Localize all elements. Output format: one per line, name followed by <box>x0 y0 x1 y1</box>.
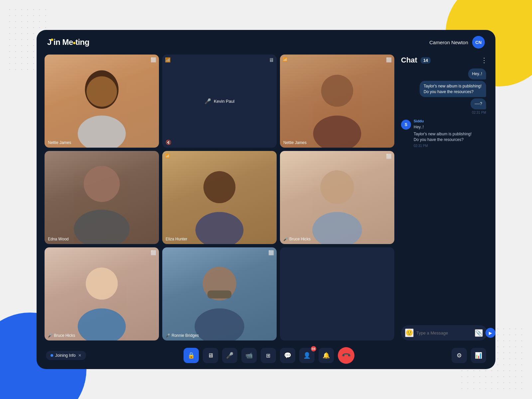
participant-4-avatar <box>59 151 145 244</box>
chat-more-button[interactable]: ⋮ <box>481 56 487 64</box>
header: Jin Meting Cameron Newton CN <box>37 30 495 55</box>
toolbar-left: Joining Info ✕ <box>46 351 86 360</box>
app-container: Jin Meting Cameron Newton CN ⬜ <box>37 30 495 369</box>
video-tile-2[interactable]: 📶 🖥 🎤 Kevin Paul 🔇 <box>162 55 277 148</box>
emoji-button[interactable]: 🙂 <box>405 329 414 337</box>
participant-1-name: Nettie James <box>48 140 71 145</box>
send-button[interactable]: ▶ <box>485 328 495 338</box>
svg-point-6 <box>74 210 130 244</box>
svg-point-8 <box>196 212 243 244</box>
msg-bubble-dots: ----? <box>470 98 486 109</box>
chat-header: Chat 14 ⋮ <box>401 55 487 68</box>
participant-5-avatar <box>180 156 260 244</box>
participant-8-avatar <box>180 252 260 340</box>
video-tile-3[interactable]: 📶 ⬜ Nettie James <box>280 55 394 148</box>
svg-point-3 <box>321 75 353 107</box>
tile-2-screen-icon: 🖥 <box>269 57 274 63</box>
participant-6-label: 🎤 Bruce Hicks <box>283 237 311 241</box>
tile-3-signal-icon: 📶 <box>283 57 288 62</box>
video-grid: ⬜ Nettie James 📶 🖥 🎤 Kevin Paul 🔇 <box>45 55 394 340</box>
main-content: ⬜ Nettie James 📶 🖥 🎤 Kevin Paul 🔇 <box>37 55 495 344</box>
end-call-button[interactable]: 📞 <box>338 347 354 364</box>
msg-sender-name: Siddu <box>414 119 477 123</box>
svg-point-4 <box>313 116 361 148</box>
grid-icon: ⊞ <box>266 352 270 359</box>
notifications-button[interactable]: 🔔 <box>319 348 334 363</box>
participant-7-avatar <box>62 252 142 340</box>
lock-icon: 🔒 <box>188 352 195 359</box>
video-tile-4[interactable]: Edna Wood <box>45 151 159 244</box>
video-tile-8[interactable]: ⬜ 🎤 Ronnie Bridges <box>162 247 277 340</box>
tile-7-menu-icon: ⬜ <box>151 250 156 255</box>
msg-incoming-content: Siddu Hey..! Taylor's new album is publi… <box>414 119 477 147</box>
logo-dot-g <box>73 42 75 44</box>
logo-text: Jin Meting <box>47 38 89 47</box>
joining-dot-icon <box>51 354 53 357</box>
participant-4-label: Edna Wood <box>48 237 69 241</box>
settings-icon: ⚙ <box>457 352 462 359</box>
video-icon: 📹 <box>245 352 253 359</box>
tile-8-menu-icon: ⬜ <box>268 250 274 255</box>
svg-point-11 <box>86 268 118 300</box>
chat-icon: 💬 <box>284 352 291 359</box>
participant-8-label: 🎤 Ronnie Bridges <box>166 333 199 338</box>
video-tile-5[interactable]: 📶 Eliza Hunter <box>162 151 277 244</box>
participant-2-name: Kevin Paul <box>214 99 234 104</box>
video-tile-7[interactable]: ⬜ 🎤 Bruce Hicks <box>45 247 159 340</box>
tile-2-signal-icon: 📶 <box>165 57 171 63</box>
grid-view-button[interactable]: ⊞ <box>261 348 276 363</box>
mic-muted-icon-6: 🎤 <box>283 237 288 241</box>
svg-rect-14 <box>207 291 231 299</box>
microphone-button[interactable]: 🎤 <box>222 348 237 363</box>
mic-muted-icon-8: 🎤 <box>166 333 170 338</box>
joining-info-label: Joining Info <box>55 353 75 358</box>
participants-button[interactable]: 👤 04 <box>299 348 315 363</box>
participants-badge: 04 <box>311 346 316 351</box>
msg-outgoing-1: Hey..! Taylor's new album is publishing!… <box>401 68 486 114</box>
participant-5-label: Eliza Hunter <box>166 237 187 241</box>
joining-close-icon: ✕ <box>78 353 81 358</box>
participant-4-name: Edna Wood <box>48 237 69 241</box>
user-name: Cameron Newton <box>429 40 468 45</box>
speaker-muted-icon: 🔇 <box>166 140 171 145</box>
participant-7-name: Bruce Hicks <box>54 333 75 338</box>
lock-button[interactable]: 🔒 <box>184 348 199 363</box>
svg-point-7 <box>203 171 235 203</box>
video-section: ⬜ Nettie James 📶 🖥 🎤 Kevin Paul 🔇 <box>45 55 394 344</box>
screen-share-icon: 🖥 <box>207 352 213 359</box>
audio-only-info: 🎤 Kevin Paul <box>204 98 234 104</box>
video-button[interactable]: 📹 <box>241 348 257 363</box>
chat-title-row: Chat 14 <box>401 56 431 65</box>
mic-muted-icon-7: 🎤 <box>48 333 53 338</box>
chat-button[interactable]: 💬 <box>280 348 295 363</box>
settings-button[interactable]: ⚙ <box>452 348 467 363</box>
msg-time-out: 02:31 PM <box>472 111 486 114</box>
chat-messages: Hey..! Taylor's new album is publishing!… <box>401 68 487 322</box>
toolbar: Joining Info ✕ 🔒 🖥 🎤 📹 ⊞ <box>37 344 495 369</box>
participants-icon: 👤 <box>303 352 311 359</box>
svg-point-1 <box>86 76 117 107</box>
joining-info-button[interactable]: Joining Info ✕ <box>46 351 86 360</box>
svg-point-2 <box>78 116 126 148</box>
attach-button[interactable]: 📎 <box>475 329 483 337</box>
video-tile-6[interactable]: ⬜ 🎤 Bruce Hicks <box>280 151 394 244</box>
svg-point-9 <box>320 170 354 204</box>
msg-incoming-1: S Siddu Hey..! Taylor's new album is pub… <box>401 119 486 147</box>
microphone-icon: 🎤 <box>226 352 233 359</box>
svg-point-12 <box>78 309 126 340</box>
chat-input-area: 🙂 📎 ▶ <box>401 325 487 340</box>
message-input[interactable] <box>416 331 472 335</box>
user-avatar[interactable]: CN <box>472 36 485 49</box>
video-tile-1[interactable]: ⬜ Nettie James <box>45 55 159 148</box>
svg-point-10 <box>312 212 362 244</box>
logo-dot-i <box>51 39 53 41</box>
screen-share-button[interactable]: 🖥 <box>203 348 218 363</box>
toolbar-right: ⚙ 📊 <box>452 348 486 363</box>
mic-muted-icon-2: 🎤 <box>204 98 211 104</box>
svg-point-15 <box>195 309 244 340</box>
participant-3-avatar <box>297 60 377 148</box>
stats-button[interactable]: 📊 <box>471 348 486 363</box>
participant-3-label: Nettie James <box>283 140 307 145</box>
participant-5-name: Eliza Hunter <box>166 237 187 241</box>
tile-3-menu-icon: ⬜ <box>386 57 392 63</box>
